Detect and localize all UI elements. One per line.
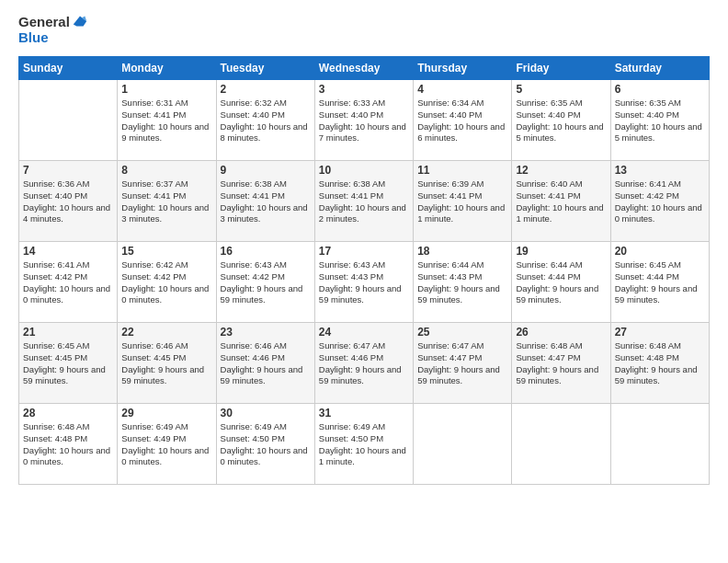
calendar-cell: 1Sunrise: 6:31 AMSunset: 4:41 PMDaylight…: [118, 80, 216, 161]
calendar-cell: 21Sunrise: 6:45 AMSunset: 4:45 PMDayligh…: [19, 323, 118, 404]
calendar-cell: 8Sunrise: 6:37 AMSunset: 4:41 PMDaylight…: [118, 161, 216, 242]
day-info: Sunrise: 6:44 AMSunset: 4:44 PMDaylight:…: [516, 259, 606, 306]
week-row-5: 28Sunrise: 6:48 AMSunset: 4:48 PMDayligh…: [19, 404, 710, 485]
day-info: Sunrise: 6:41 AMSunset: 4:42 PMDaylight:…: [23, 259, 113, 306]
header: General Blue: [18, 15, 710, 45]
day-info: Sunrise: 6:46 AMSunset: 4:45 PMDaylight:…: [121, 340, 211, 387]
day-number: 23: [221, 326, 311, 339]
calendar-cell: 10Sunrise: 6:38 AMSunset: 4:41 PMDayligh…: [314, 161, 413, 242]
day-info: Sunrise: 6:44 AMSunset: 4:43 PMDaylight:…: [417, 259, 507, 306]
day-number: 12: [516, 164, 606, 177]
day-number: 22: [121, 326, 211, 339]
day-info: Sunrise: 6:48 AMSunset: 4:48 PMDaylight:…: [23, 421, 113, 468]
calendar-cell: 25Sunrise: 6:47 AMSunset: 4:47 PMDayligh…: [414, 323, 512, 404]
day-number: 10: [319, 164, 409, 177]
day-number: 27: [615, 326, 705, 339]
calendar-cell: [414, 404, 512, 485]
calendar-cell: 30Sunrise: 6:49 AMSunset: 4:50 PMDayligh…: [216, 404, 314, 485]
day-info: Sunrise: 6:37 AMSunset: 4:41 PMDaylight:…: [121, 178, 211, 225]
day-number: 13: [615, 164, 705, 177]
day-number: 17: [319, 245, 409, 258]
day-number: 16: [221, 245, 311, 258]
calendar-cell: 27Sunrise: 6:48 AMSunset: 4:48 PMDayligh…: [610, 323, 709, 404]
calendar-cell: 15Sunrise: 6:42 AMSunset: 4:42 PMDayligh…: [118, 242, 216, 323]
weekday-friday: Friday: [512, 57, 610, 80]
calendar-cell: 20Sunrise: 6:45 AMSunset: 4:44 PMDayligh…: [610, 242, 709, 323]
day-number: 29: [121, 407, 211, 419]
day-info: Sunrise: 6:38 AMSunset: 4:41 PMDaylight:…: [221, 178, 311, 225]
weekday-tuesday: Tuesday: [216, 57, 314, 80]
week-row-4: 21Sunrise: 6:45 AMSunset: 4:45 PMDayligh…: [19, 323, 710, 404]
page: General Blue SundayMondayTuesdayWednesda…: [0, 0, 728, 563]
day-info: Sunrise: 6:49 AMSunset: 4:50 PMDaylight:…: [221, 421, 311, 468]
day-info: Sunrise: 6:35 AMSunset: 4:40 PMDaylight:…: [516, 98, 606, 144]
day-number: 5: [516, 83, 606, 96]
day-info: Sunrise: 6:40 AMSunset: 4:41 PMDaylight:…: [516, 178, 606, 225]
day-number: 19: [516, 245, 606, 258]
day-info: Sunrise: 6:49 AMSunset: 4:49 PMDaylight:…: [121, 421, 211, 468]
calendar-cell: 16Sunrise: 6:43 AMSunset: 4:42 PMDayligh…: [216, 242, 314, 323]
calendar-cell: 22Sunrise: 6:46 AMSunset: 4:45 PMDayligh…: [118, 323, 216, 404]
week-row-3: 14Sunrise: 6:41 AMSunset: 4:42 PMDayligh…: [19, 242, 710, 323]
calendar-cell: 19Sunrise: 6:44 AMSunset: 4:44 PMDayligh…: [512, 242, 610, 323]
logo-general: General: [18, 15, 88, 30]
logo: General Blue: [18, 15, 88, 45]
day-number: 30: [221, 407, 311, 419]
calendar-cell: 7Sunrise: 6:36 AMSunset: 4:40 PMDaylight…: [19, 161, 118, 242]
calendar-cell: 14Sunrise: 6:41 AMSunset: 4:42 PMDayligh…: [19, 242, 118, 323]
day-info: Sunrise: 6:35 AMSunset: 4:40 PMDaylight:…: [615, 98, 705, 144]
weekday-wednesday: Wednesday: [314, 57, 413, 80]
day-number: 15: [121, 245, 211, 258]
day-info: Sunrise: 6:38 AMSunset: 4:41 PMDaylight:…: [319, 178, 409, 225]
calendar-cell: [512, 404, 610, 485]
week-row-2: 7Sunrise: 6:36 AMSunset: 4:40 PMDaylight…: [19, 161, 710, 242]
day-info: Sunrise: 6:41 AMSunset: 4:42 PMDaylight:…: [615, 178, 705, 225]
day-info: Sunrise: 6:47 AMSunset: 4:47 PMDaylight:…: [417, 340, 507, 387]
weekday-monday: Monday: [118, 57, 216, 80]
calendar-cell: 23Sunrise: 6:46 AMSunset: 4:46 PMDayligh…: [216, 323, 314, 404]
calendar-cell: 9Sunrise: 6:38 AMSunset: 4:41 PMDaylight…: [216, 161, 314, 242]
day-number: 11: [417, 164, 507, 177]
day-number: 8: [121, 164, 211, 177]
calendar-cell: 28Sunrise: 6:48 AMSunset: 4:48 PMDayligh…: [19, 404, 118, 485]
calendar-cell: 29Sunrise: 6:49 AMSunset: 4:49 PMDayligh…: [118, 404, 216, 485]
calendar-cell: 31Sunrise: 6:49 AMSunset: 4:50 PMDayligh…: [314, 404, 413, 485]
day-info: Sunrise: 6:42 AMSunset: 4:42 PMDaylight:…: [121, 259, 211, 306]
day-number: 7: [23, 164, 113, 177]
day-number: 20: [615, 245, 705, 258]
weekday-saturday: Saturday: [610, 57, 709, 80]
day-number: 6: [615, 83, 705, 96]
day-info: Sunrise: 6:45 AMSunset: 4:44 PMDaylight:…: [615, 259, 705, 306]
day-info: Sunrise: 6:31 AMSunset: 4:41 PMDaylight:…: [121, 98, 211, 144]
weekday-thursday: Thursday: [414, 57, 512, 80]
calendar-cell: [19, 80, 118, 161]
weekday-sunday: Sunday: [19, 57, 118, 80]
day-number: 9: [221, 164, 311, 177]
day-number: 1: [121, 83, 211, 96]
calendar-cell: [610, 404, 709, 485]
calendar-cell: 13Sunrise: 6:41 AMSunset: 4:42 PMDayligh…: [610, 161, 709, 242]
day-number: 14: [23, 245, 113, 258]
day-number: 26: [516, 326, 606, 339]
day-number: 28: [23, 407, 113, 419]
day-info: Sunrise: 6:47 AMSunset: 4:46 PMDaylight:…: [319, 340, 409, 387]
week-row-1: 1Sunrise: 6:31 AMSunset: 4:41 PMDaylight…: [19, 80, 710, 161]
day-info: Sunrise: 6:39 AMSunset: 4:41 PMDaylight:…: [417, 178, 507, 225]
calendar-cell: 12Sunrise: 6:40 AMSunset: 4:41 PMDayligh…: [512, 161, 610, 242]
day-info: Sunrise: 6:49 AMSunset: 4:50 PMDaylight:…: [319, 421, 409, 468]
calendar-cell: 24Sunrise: 6:47 AMSunset: 4:46 PMDayligh…: [314, 323, 413, 404]
day-info: Sunrise: 6:46 AMSunset: 4:46 PMDaylight:…: [221, 340, 311, 387]
calendar-cell: 2Sunrise: 6:32 AMSunset: 4:40 PMDaylight…: [216, 80, 314, 161]
day-info: Sunrise: 6:36 AMSunset: 4:40 PMDaylight:…: [23, 178, 113, 225]
weekday-header-row: SundayMondayTuesdayWednesdayThursdayFrid…: [19, 57, 710, 80]
calendar-cell: 26Sunrise: 6:48 AMSunset: 4:47 PMDayligh…: [512, 323, 610, 404]
logo-blue: Blue: [18, 30, 88, 46]
calendar-cell: 11Sunrise: 6:39 AMSunset: 4:41 PMDayligh…: [414, 161, 512, 242]
calendar-cell: 3Sunrise: 6:33 AMSunset: 4:40 PMDaylight…: [314, 80, 413, 161]
calendar-table: SundayMondayTuesdayWednesdayThursdayFrid…: [18, 56, 710, 485]
day-info: Sunrise: 6:48 AMSunset: 4:47 PMDaylight:…: [516, 340, 606, 387]
day-number: 2: [221, 83, 311, 96]
logo-icon: [72, 13, 88, 29]
day-number: 25: [417, 326, 507, 339]
day-info: Sunrise: 6:48 AMSunset: 4:48 PMDaylight:…: [615, 340, 705, 387]
